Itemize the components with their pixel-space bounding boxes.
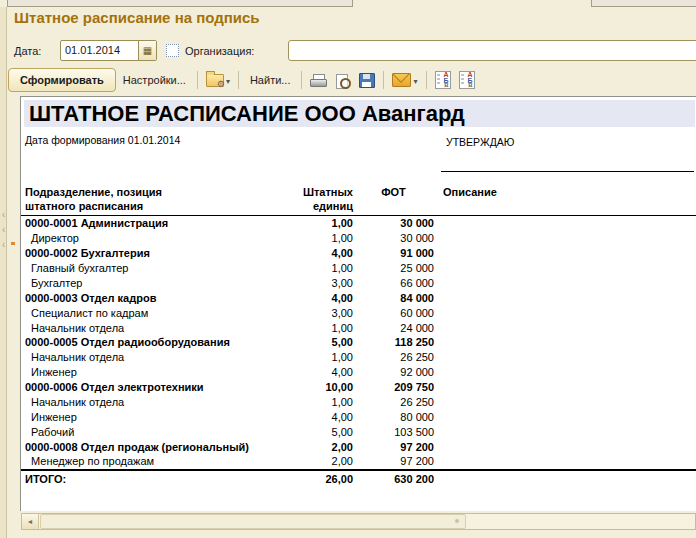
- report-variants-button[interactable]: ⚙ ▾: [202, 69, 234, 91]
- document-abc-button[interactable]: АБВ: [431, 69, 455, 91]
- save-button[interactable]: [355, 69, 379, 91]
- cell-payroll[interactable]: 30 000: [353, 217, 434, 229]
- settings-button[interactable]: Настройки...: [116, 69, 193, 91]
- cell-payroll[interactable]: 97 200: [353, 441, 434, 453]
- cell-payroll[interactable]: 80 000: [353, 411, 434, 423]
- cell-units[interactable]: 4,00: [273, 292, 353, 304]
- cell-units[interactable]: 5,00: [273, 336, 353, 348]
- cell-department[interactable]: 0000-0008 Отдел продаж (региональный): [21, 441, 273, 453]
- cell-units[interactable]: 4,00: [273, 247, 353, 259]
- cell-department[interactable]: 0000-0001 Администрация: [21, 217, 273, 229]
- cell-payroll[interactable]: 97 200: [353, 455, 434, 467]
- report-canvas[interactable]: ШТАТНОЕ РАСПИСАНИЕ ООО Авангард Дата фор…: [20, 96, 696, 511]
- table-row[interactable]: 0000-0008 Отдел продаж (региональный)2,0…: [21, 439, 696, 454]
- generate-button[interactable]: Сформировать: [8, 68, 116, 92]
- cell-department[interactable]: Главный бухгалтер: [21, 262, 273, 274]
- cell-department[interactable]: Начальник отдела: [21, 322, 273, 334]
- cell-units[interactable]: 3,00: [273, 307, 353, 319]
- cell-department[interactable]: 0000-0002 Бухгалтерия: [21, 247, 273, 259]
- printer-icon: [310, 74, 327, 88]
- cell-payroll[interactable]: 60 000: [353, 307, 434, 319]
- total-row[interactable]: ИТОГО: 26,00 630 200: [21, 469, 696, 486]
- formation-date: Дата формирования 01.01.2014: [25, 134, 180, 146]
- table-row[interactable]: Рабочий5,00103 500: [21, 424, 696, 439]
- cell-payroll[interactable]: 25 000: [353, 262, 434, 274]
- cell-payroll[interactable]: 103 500: [353, 426, 434, 438]
- date-input[interactable]: 01.01.2014: [61, 41, 138, 60]
- cell-units[interactable]: 3,00: [273, 277, 353, 289]
- calendar-picker-button[interactable]: ▦: [138, 41, 156, 60]
- cell-department[interactable]: Начальник отдела: [21, 396, 273, 408]
- table-row[interactable]: Инженер4,0080 000: [21, 409, 696, 424]
- cell-units[interactable]: 10,00: [273, 381, 353, 393]
- table-row[interactable]: Специалист по кадрам3,0060 000: [21, 305, 696, 320]
- cell-units[interactable]: 1,00: [273, 217, 353, 229]
- approval-label: УТВЕРЖДАЮ: [446, 136, 514, 148]
- cell-payroll[interactable]: 209 750: [353, 381, 434, 393]
- column-header-units: Штатных единиц: [273, 185, 353, 213]
- cell-units[interactable]: 2,00: [273, 441, 353, 453]
- horizontal-scrollbar[interactable]: ◄: [21, 513, 696, 530]
- table-row[interactable]: Менеджер по продажам2,0097 200: [21, 454, 696, 469]
- cell-payroll[interactable]: 84 000: [353, 292, 434, 304]
- cell-department[interactable]: 0000-0005 Отдел радиооборудования: [21, 336, 273, 348]
- cell-units[interactable]: 1,00: [273, 262, 353, 274]
- cell-department[interactable]: Бухгалтер: [21, 277, 273, 289]
- table-row[interactable]: 0000-0001 Администрация1,0030 000: [21, 216, 696, 231]
- cell-units[interactable]: 1,00: [273, 232, 353, 244]
- table-row[interactable]: Бухгалтер3,0066 000: [21, 276, 696, 291]
- column-header-description: Описание: [443, 185, 497, 199]
- cell-department[interactable]: Инженер: [21, 411, 273, 423]
- report-form-window: ‹ ‹ ‹ Штатное расписание на подпись Дата…: [0, 0, 696, 538]
- table-row[interactable]: Директор1,0030 000: [21, 231, 696, 246]
- cell-payroll[interactable]: 24 000: [353, 322, 434, 334]
- cell-department[interactable]: Менеджер по продажам: [21, 455, 273, 467]
- document-abc-alt-button[interactable]: АБВ: [455, 69, 479, 91]
- form-title: Штатное расписание на подпись: [14, 9, 260, 26]
- cell-payroll[interactable]: 92 000: [353, 366, 434, 378]
- table-row[interactable]: Инженер4,0092 000: [21, 365, 696, 380]
- top-panel-edge-right: [591, 0, 696, 7]
- table-row[interactable]: 0000-0005 Отдел радиооборудования5,00118…: [21, 335, 696, 350]
- organization-checkbox[interactable]: [166, 44, 179, 57]
- cell-department[interactable]: Рабочий: [21, 426, 273, 438]
- organization-input[interactable]: [288, 40, 696, 61]
- cell-units[interactable]: 4,00: [273, 366, 353, 378]
- scroll-left-button[interactable]: ◄: [22, 514, 39, 529]
- cell-department[interactable]: 0000-0006 Отдел электротехники: [21, 381, 273, 393]
- cell-units[interactable]: 1,00: [273, 322, 353, 334]
- find-button[interactable]: Найти...: [243, 69, 298, 91]
- print-button[interactable]: [306, 69, 331, 91]
- cell-department[interactable]: Инженер: [21, 366, 273, 378]
- table-row[interactable]: Начальник отдела1,0026 250: [21, 395, 696, 410]
- cell-payroll[interactable]: 118 250: [353, 336, 434, 348]
- table-row[interactable]: 0000-0006 Отдел электротехники10,00209 7…: [21, 380, 696, 395]
- cell-payroll[interactable]: 91 000: [353, 247, 434, 259]
- document-abc-alt-icon: АБВ: [459, 71, 475, 89]
- cell-units[interactable]: 1,00: [273, 396, 353, 408]
- cell-department[interactable]: Начальник отдела: [21, 351, 273, 363]
- table-row[interactable]: Главный бухгалтер1,0025 000: [21, 261, 696, 276]
- scrollbar-thumb[interactable]: [40, 514, 466, 529]
- report-title: ШТАТНОЕ РАСПИСАНИЕ ООО Авангард: [24, 101, 465, 127]
- send-mail-button[interactable]: ▾: [388, 69, 421, 91]
- cell-department[interactable]: Директор: [21, 232, 273, 244]
- cell-payroll[interactable]: 26 250: [353, 396, 434, 408]
- cell-payroll[interactable]: 66 000: [353, 277, 434, 289]
- print-preview-button[interactable]: [331, 69, 355, 91]
- cell-payroll[interactable]: 30 000: [353, 232, 434, 244]
- cell-department[interactable]: 0000-0003 Отдел кадров: [21, 292, 273, 304]
- table-row[interactable]: 0000-0003 Отдел кадров4,0084 000: [21, 290, 696, 305]
- cell-units[interactable]: 5,00: [273, 426, 353, 438]
- cell-units[interactable]: 4,00: [273, 411, 353, 423]
- table-row[interactable]: Начальник отдела1,0026 250: [21, 350, 696, 365]
- cell-units[interactable]: 2,00: [273, 455, 353, 467]
- report-title-band: ШТАТНОЕ РАСПИСАНИЕ ООО Авангард: [24, 100, 695, 127]
- cell-payroll[interactable]: 26 250: [353, 351, 434, 363]
- cell-units[interactable]: 1,00: [273, 351, 353, 363]
- cell-department[interactable]: Специалист по кадрам: [21, 307, 273, 319]
- date-field[interactable]: 01.01.2014 ▦: [60, 40, 157, 61]
- table-row[interactable]: Начальник отдела1,0024 000: [21, 320, 696, 335]
- column-header-department: Подразделение, позиция штатного расписан…: [25, 185, 162, 213]
- table-row[interactable]: 0000-0002 Бухгалтерия4,0091 000: [21, 246, 696, 261]
